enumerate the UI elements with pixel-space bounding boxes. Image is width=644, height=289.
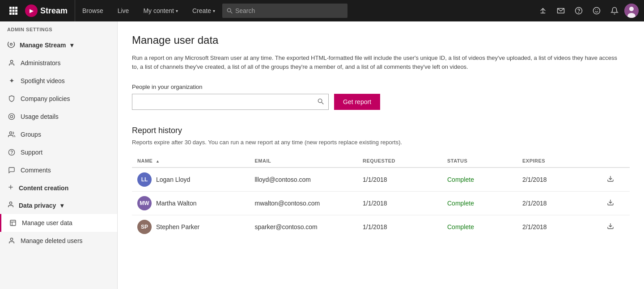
download-report-icon[interactable] [607, 176, 614, 184]
data-privacy-icon [7, 201, 14, 209]
global-search-input[interactable] [235, 7, 343, 14]
download-report-icon[interactable] [607, 200, 614, 207]
sidebar-section-manage-stream[interactable]: Manage Stream ▾ [0, 36, 117, 54]
nav-my-content[interactable]: My content ▾ [136, 0, 185, 21]
help-icon[interactable] [571, 3, 587, 19]
svg-point-34 [10, 238, 13, 240]
search-icon [227, 8, 233, 14]
cell-expires: 2/1/2018 [517, 215, 602, 239]
sidebar-item-manage-user-data[interactable]: Manage user data [0, 214, 117, 232]
notifications-icon[interactable] [606, 3, 623, 19]
svg-point-27 [12, 154, 12, 154]
page-title: Manage user data [132, 34, 630, 46]
people-search-input[interactable]: John Smith [137, 98, 314, 105]
cell-email: llloyd@contoso.com [250, 168, 358, 192]
svg-line-10 [230, 12, 232, 13]
sidebar-item-usage-details[interactable]: Usage details [0, 108, 117, 126]
top-navigation: ▶ Stream Browse Live My content ▾ Create… [0, 0, 644, 21]
support-label: Support [21, 149, 110, 156]
sidebar: ADMIN SETTINGS Manage Stream ▾ [0, 21, 118, 289]
svg-point-24 [10, 115, 13, 117]
report-table: NAME ▲ EMAIL REQUESTED STATUS EXPIRES [132, 155, 630, 239]
report-table-body: LL Logan Lloyd llloyd@contoso.com 1/1/20… [132, 168, 630, 239]
data-privacy-children: Manage user data Manage deleted users [0, 214, 117, 250]
sidebar-item-spotlight-videos[interactable]: ✦ Spotlight videos [0, 72, 117, 90]
col-header-name[interactable]: NAME ▲ [132, 155, 250, 168]
col-header-requested: REQUESTED [357, 155, 442, 168]
waffle-menu-icon[interactable] [5, 3, 21, 19]
comments-label: Comments [21, 167, 110, 174]
svg-point-14 [579, 12, 579, 13]
cell-status: Complete [442, 215, 517, 239]
user-avatar-martha-walton: MW [137, 196, 152, 210]
col-header-email: EMAIL [250, 155, 358, 168]
cell-action[interactable] [602, 192, 630, 215]
nav-left: ▶ Stream Browse Live My content ▾ Create… [5, 0, 535, 21]
manage-stream-arrow: ▾ [70, 42, 73, 49]
svg-point-19 [629, 7, 634, 11]
company-policies-label: Company policies [21, 95, 110, 102]
sidebar-section-data-privacy[interactable]: Data privacy ▾ [0, 197, 117, 214]
sort-asc-icon: ▲ [156, 159, 160, 163]
sidebar-item-manage-deleted-users[interactable]: Manage deleted users [0, 232, 117, 250]
spotlight-videos-label: Spotlight videos [21, 77, 110, 84]
nav-browse[interactable]: Browse [75, 0, 110, 21]
page-description: Run a report on any Microsoft Stream use… [132, 54, 624, 71]
svg-rect-7 [13, 13, 15, 15]
cell-email: sparker@contoso.com [250, 215, 358, 239]
svg-point-22 [10, 60, 13, 63]
svg-rect-4 [13, 10, 15, 12]
get-report-button[interactable]: Get report [334, 94, 380, 110]
table-row: LL Logan Lloyd llloyd@contoso.com 1/1/20… [132, 168, 630, 192]
user-avatar[interactable] [624, 4, 639, 18]
manage-user-data-label: Manage user data [22, 219, 110, 226]
chevron-down-icon: ▾ [176, 8, 178, 13]
nav-live[interactable]: Live [110, 0, 136, 21]
manage-stream-label: Manage Stream [20, 42, 66, 49]
nav-create[interactable]: Create ▾ [185, 0, 222, 21]
cell-name: MW Martha Walton [132, 192, 250, 215]
sidebar-item-company-policies[interactable]: Company policies [0, 90, 117, 108]
administrators-icon [7, 59, 16, 67]
manage-user-data-icon [8, 218, 17, 227]
brand-play-icon: ▶ [25, 4, 38, 17]
cell-status: Complete [442, 192, 517, 215]
table-row: MW Martha Walton mwalton@contoso.com 1/1… [132, 192, 630, 215]
cell-action[interactable] [602, 215, 630, 239]
global-search-bar[interactable] [222, 4, 347, 18]
cell-action[interactable] [602, 168, 630, 192]
svg-line-36 [322, 102, 323, 104]
spotlight-videos-icon: ✦ [7, 76, 16, 85]
svg-rect-0 [9, 7, 12, 9]
col-header-status: STATUS [442, 155, 517, 168]
cell-status: Complete [442, 168, 517, 192]
sidebar-item-comments[interactable]: Comments [0, 161, 117, 179]
administrators-label: Administrators [21, 59, 110, 67]
svg-rect-5 [15, 10, 17, 12]
manage-stream-children: Administrators ✦ Spotlight videos Compan… [0, 54, 117, 179]
user-avatar-stephen-parker: SP [137, 220, 152, 234]
download-report-icon[interactable] [607, 223, 614, 231]
support-icon [7, 148, 16, 157]
sidebar-item-administrators[interactable]: Administrators [0, 54, 117, 72]
upload-icon[interactable] [535, 3, 551, 19]
table-row: SP Stephen Parker sparker@contoso.com 1/… [132, 215, 630, 239]
svg-point-21 [10, 43, 13, 46]
main-layout: ADMIN SETTINGS Manage Stream ▾ [0, 21, 644, 289]
app-brand[interactable]: ▶ Stream [21, 0, 75, 21]
cell-requested: 1/1/2018 [357, 168, 442, 192]
manage-stream-icon [7, 40, 15, 50]
svg-rect-31 [10, 220, 16, 226]
sidebar-section-content-creation[interactable]: Content creation [0, 179, 117, 197]
data-privacy-label: Data privacy [19, 202, 56, 209]
user-avatar-logan-lloyd: LL [137, 172, 152, 187]
mail-icon[interactable] [553, 3, 569, 19]
feedback-icon[interactable] [589, 3, 605, 19]
svg-point-25 [9, 132, 12, 134]
groups-label: Groups [21, 131, 110, 138]
groups-icon [7, 130, 16, 139]
people-search-box[interactable]: John Smith [132, 94, 329, 110]
sidebar-item-groups[interactable]: Groups [0, 126, 117, 143]
svg-point-9 [227, 8, 231, 12]
sidebar-item-support[interactable]: Support [0, 143, 117, 161]
